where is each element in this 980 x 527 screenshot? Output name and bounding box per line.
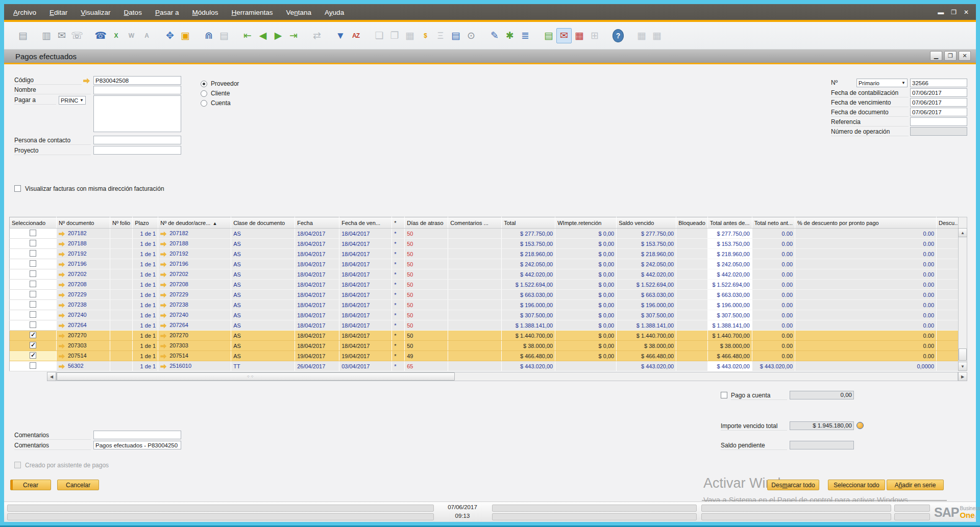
cell-ast[interactable]: * bbox=[392, 239, 405, 249]
cell-sel[interactable] bbox=[10, 280, 57, 290]
link-arrow-icon[interactable] bbox=[160, 232, 166, 237]
cell-total[interactable]: $ 1.522.694,00 bbox=[502, 280, 555, 290]
payment-means-icon[interactable]: $ bbox=[418, 28, 433, 43]
row-select-checkbox[interactable] bbox=[30, 321, 36, 328]
cell-ast[interactable]: * bbox=[392, 341, 405, 351]
col-header-doc[interactable]: Nº documento bbox=[57, 217, 110, 229]
cell-folio[interactable] bbox=[110, 259, 133, 269]
link-arrow-icon[interactable] bbox=[59, 323, 65, 329]
crear-button[interactable]: Crear bbox=[10, 480, 51, 490]
cell-fecha[interactable]: 19/04/2017 bbox=[295, 351, 339, 361]
cell-neto[interactable]: $ 443.020,00 bbox=[752, 361, 795, 371]
cell-antes[interactable]: $ 442.020,00 bbox=[707, 269, 752, 280]
cell-vence[interactable]: 18/04/2017 bbox=[339, 341, 392, 351]
anadir-en-serie-button[interactable]: Añadir en serie bbox=[887, 480, 944, 490]
fecha-vencimiento-input[interactable] bbox=[910, 98, 967, 107]
cell-fecha[interactable]: 18/04/2017 bbox=[295, 280, 339, 290]
cell-deudor[interactable]: 2516010 bbox=[158, 361, 231, 371]
cell-plazo[interactable]: 1 de 1 bbox=[133, 280, 158, 290]
link-arrow-icon[interactable] bbox=[59, 283, 65, 288]
cell-total[interactable]: $ 1.440.700,00 bbox=[502, 331, 555, 341]
org-chart-icon[interactable]: ⊞ bbox=[587, 28, 602, 43]
cell-ast[interactable]: * bbox=[392, 331, 405, 341]
cell-clase[interactable]: AS bbox=[231, 269, 295, 280]
cell-fecha[interactable]: 18/04/2017 bbox=[295, 269, 339, 280]
cell-vence[interactable]: 03/04/2017 bbox=[339, 361, 392, 371]
cell-antes[interactable]: $ 663.030,00 bbox=[707, 290, 752, 300]
print-preview-icon[interactable]: ▤ bbox=[15, 28, 31, 43]
col-header-saldo[interactable]: Saldo vencido bbox=[617, 217, 676, 229]
cell-clase[interactable]: AS bbox=[231, 351, 295, 361]
cell-fecha[interactable]: 18/04/2017 bbox=[295, 310, 339, 320]
cell-folio[interactable] bbox=[110, 229, 133, 239]
col-header-bloq[interactable]: Bloqueado bbox=[676, 217, 708, 229]
cell-deudor[interactable]: 207202 bbox=[158, 269, 231, 280]
link-arrow-icon[interactable] bbox=[160, 262, 166, 267]
cell-desc[interactable]: 0.00 bbox=[795, 259, 937, 269]
cell-desc[interactable]: 0.00 bbox=[795, 331, 937, 341]
cell-plazo[interactable]: 1 de 1 bbox=[133, 341, 158, 351]
cell-antes[interactable]: $ 443.020,00 bbox=[707, 361, 752, 371]
cell-saldo[interactable]: $ 466.480,00 bbox=[617, 351, 676, 361]
link-arrow-icon[interactable] bbox=[59, 354, 65, 359]
cell-deudor[interactable]: 207229 bbox=[158, 290, 231, 300]
cell-ast[interactable]: * bbox=[392, 361, 405, 371]
cell-saldo[interactable]: $ 277.750,00 bbox=[617, 229, 676, 239]
link-arrow-icon[interactable] bbox=[160, 344, 166, 349]
cell-neto[interactable]: 0.00 bbox=[752, 320, 795, 331]
scroll-left-icon[interactable]: ◀ bbox=[47, 372, 56, 381]
cell-neto[interactable]: 0.00 bbox=[752, 351, 795, 361]
cell-clase[interactable]: AS bbox=[231, 290, 295, 300]
cell-coment[interactable] bbox=[448, 290, 502, 300]
cell-total[interactable]: $ 196.000,00 bbox=[502, 300, 555, 310]
cell-coment[interactable] bbox=[448, 361, 502, 371]
cell-dias[interactable]: 50 bbox=[405, 331, 448, 341]
cell-coment[interactable] bbox=[448, 351, 502, 361]
cell-plazo[interactable]: 1 de 1 bbox=[133, 351, 158, 361]
link-arrow-icon[interactable] bbox=[160, 313, 166, 318]
cell-desc[interactable]: 0.00 bbox=[795, 280, 937, 290]
cancelar-button[interactable]: Cancelar bbox=[57, 480, 99, 490]
cell-antes[interactable]: $ 307.500,00 bbox=[707, 310, 752, 320]
cell-dias[interactable]: 50 bbox=[405, 239, 448, 249]
link-arrow-icon[interactable] bbox=[59, 242, 65, 247]
cell-sel[interactable] bbox=[10, 361, 57, 371]
row-select-checkbox[interactable] bbox=[30, 311, 36, 318]
cell-fecha[interactable]: 18/04/2017 bbox=[295, 320, 339, 331]
cell-ast[interactable]: * bbox=[392, 229, 405, 239]
menu-editar[interactable]: Editar bbox=[50, 9, 67, 16]
cell-ast[interactable]: * bbox=[392, 280, 405, 290]
cell-dias[interactable]: 65 bbox=[405, 361, 448, 371]
cell-plazo[interactable]: 1 de 1 bbox=[133, 361, 158, 371]
doc-minimize-button[interactable]: ▁ bbox=[930, 51, 942, 61]
first-record-icon[interactable]: ⇤ bbox=[240, 28, 255, 43]
cell-deudor[interactable]: 207240 bbox=[158, 310, 231, 320]
numero-tipo-combo[interactable]: Primario▼ bbox=[856, 79, 908, 87]
sms-icon[interactable]: ☏ bbox=[69, 28, 85, 43]
col-header-deudor[interactable]: Nº de deudor/acre...▲ bbox=[158, 217, 231, 229]
coins-icon[interactable] bbox=[856, 422, 864, 429]
row-select-checkbox[interactable] bbox=[30, 342, 36, 348]
cell-vence[interactable]: 18/04/2017 bbox=[339, 320, 392, 331]
cell-ast[interactable]: * bbox=[392, 300, 405, 310]
document-settings-icon[interactable]: ✱ bbox=[502, 28, 518, 43]
doc-close-button[interactable]: ✕ bbox=[959, 51, 971, 61]
cell-vence[interactable]: 18/04/2017 bbox=[339, 249, 392, 259]
row-select-checkbox[interactable] bbox=[30, 291, 36, 297]
scroll-right-icon[interactable]: ▶ bbox=[958, 372, 967, 381]
cell-bloq[interactable] bbox=[676, 341, 708, 351]
refresh-icon[interactable]: ⇄ bbox=[309, 28, 325, 43]
link-arrow-icon[interactable] bbox=[59, 313, 65, 318]
filter-icon[interactable]: ▼ bbox=[333, 28, 348, 43]
cell-sel[interactable] bbox=[10, 269, 57, 280]
cell-ret[interactable]: $ 0,00 bbox=[555, 239, 617, 249]
nombre-input[interactable] bbox=[93, 86, 181, 94]
link-arrow-icon[interactable] bbox=[160, 242, 166, 247]
cell-folio[interactable] bbox=[110, 331, 133, 341]
cell-ast[interactable]: * bbox=[392, 249, 405, 259]
cell-neto[interactable]: 0.00 bbox=[752, 300, 795, 310]
copy-from-icon[interactable]: ❏ bbox=[372, 28, 387, 43]
cell-bloq[interactable] bbox=[676, 300, 708, 310]
cell-ret[interactable]: $ 0,00 bbox=[555, 331, 617, 341]
cell-dias[interactable]: 50 bbox=[405, 229, 448, 239]
